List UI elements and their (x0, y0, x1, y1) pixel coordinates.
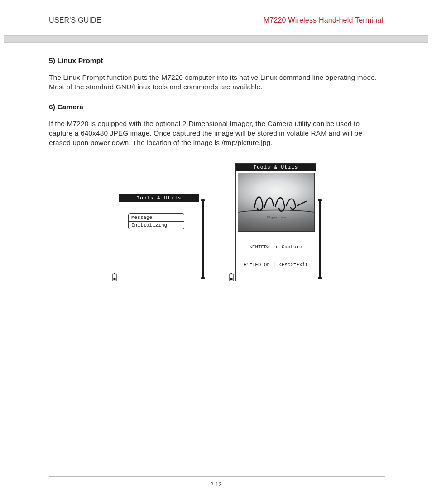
slider-track (319, 201, 321, 277)
message-status: Initializing (129, 222, 184, 229)
screen-titlebar: Tools & Utils (119, 194, 199, 202)
section-title-linux-prompt: 5) Linux Prompt (49, 57, 385, 65)
slider-track (202, 201, 204, 277)
section-title-camera: 6) Camera (49, 103, 385, 111)
header-guide-label: USER'S GUIDE (49, 16, 101, 24)
message-dialog: Message: Initializing (128, 213, 184, 229)
page-number: 2-13 (0, 481, 432, 488)
screen-body: Signature <ENTER> to Capture F1=LED On |… (236, 171, 316, 281)
screen-body: Message: Initializing (119, 202, 199, 281)
camera-caption-text: Signature (266, 215, 286, 219)
camera-instructions: <ENTER> to Capture F1=LED On | <Esc>=Exi… (238, 232, 314, 281)
page-content: 5) Linux Prompt The Linux Prompt functio… (49, 57, 385, 281)
svg-rect-2 (114, 278, 116, 280)
screen-titlebar: Tools & Utils (236, 164, 316, 171)
header-product-title: M7220 Wireless Hand-held Terminal (264, 16, 383, 24)
camera-instruction-keys: F1=LED On | <Esc>=Exit (238, 262, 314, 268)
device-screenshot-initializing: Tools & Utils Message: Initializing (112, 163, 205, 281)
camera-instruction-capture: <ENTER> to Capture (238, 244, 314, 250)
header-divider (4, 35, 428, 43)
slider-cap-bottom (201, 277, 205, 279)
section-body-camera: If the M7220 is equipped with the option… (49, 119, 385, 148)
footer-divider (49, 476, 385, 477)
svg-rect-5 (230, 278, 233, 280)
figure-row: Tools & Utils Message: Initializing (49, 163, 385, 281)
device-screenshot-camera: Tools & Utils Signature (229, 163, 322, 281)
section-body-linux-prompt: The Linux Prompt function puts the M7220… (49, 73, 385, 92)
device-screen: Tools & Utils Message: Initializing (119, 194, 199, 281)
slider-cap-bottom (318, 277, 322, 279)
camera-preview: Signature (238, 173, 315, 232)
message-label: Message: (129, 214, 184, 222)
page-header: USER'S GUIDE M7220 Wireless Hand-held Te… (0, 16, 432, 24)
scroll-slider (318, 199, 322, 279)
battery-icon (112, 273, 117, 281)
scroll-slider (201, 199, 205, 279)
battery-icon (229, 273, 234, 281)
document-page: USER'S GUIDE M7220 Wireless Hand-held Te… (0, 0, 432, 504)
device-screen: Tools & Utils Signature (235, 163, 316, 281)
